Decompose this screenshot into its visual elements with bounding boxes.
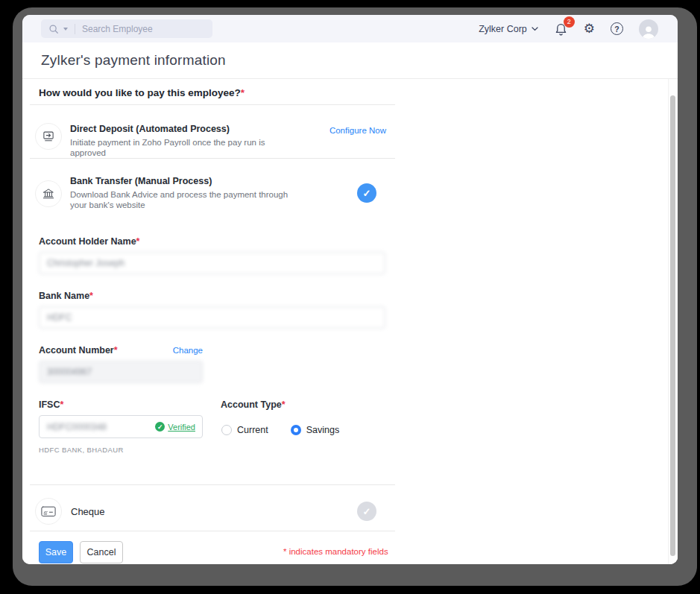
page-header: Zylker's payment information <box>22 42 678 79</box>
account-type-label: Account Type* <box>221 399 286 410</box>
search-divider <box>75 24 75 34</box>
notifications-button[interactable]: 2 <box>554 22 568 37</box>
cheque-icon-circle <box>35 498 62 525</box>
radio-current-label: Current <box>237 425 268 435</box>
save-button[interactable]: Save <box>39 541 73 563</box>
method-cheque[interactable]: Cheque ✓ <box>35 498 386 525</box>
org-name: Zylker Corp <box>479 24 527 34</box>
radio-current[interactable]: Current <box>221 425 268 435</box>
account-type-radio-group: Current Savings <box>221 425 339 435</box>
verified-check-icon: ✓ <box>155 422 165 432</box>
chevron-down-icon <box>532 27 538 31</box>
account-holder-name-input[interactable] <box>39 252 385 274</box>
label-text: IFSC <box>39 399 60 410</box>
label-text: Bank Name <box>39 291 89 301</box>
cheque-title: Cheque <box>71 506 105 517</box>
search-scope-chevron-icon[interactable] <box>63 28 68 31</box>
payment-method-heading: How would you like to pay this employee?… <box>39 87 245 98</box>
heading-text: How would you like to pay this employee? <box>39 87 241 98</box>
topbar: Zylker Corp 2 ⚙ ? <box>22 15 678 42</box>
direct-deposit-text: Direct Deposit (Automated Process) Initi… <box>70 124 294 159</box>
bank-transfer-text: Bank Transfer (Manual Process) Download … <box>70 176 294 211</box>
direct-deposit-icon <box>42 130 55 143</box>
user-avatar[interactable] <box>639 19 658 39</box>
divider <box>30 484 395 485</box>
app-window: Zylker Corp 2 ⚙ ? Zylker's payment infor… <box>22 15 678 564</box>
bank-transfer-description: Download Bank Advice and process the pay… <box>70 189 294 211</box>
content-area: How would you like to pay this employee?… <box>22 79 678 564</box>
bank-transfer-title: Bank Transfer (Manual Process) <box>70 176 294 186</box>
radio-selected-icon[interactable] <box>291 425 301 435</box>
change-account-number-link[interactable]: Change <box>173 346 203 355</box>
bank-name-label: Bank Name* <box>39 291 93 301</box>
required-asterisk: * <box>282 399 286 410</box>
screenshot-stage: Zylker Corp 2 ⚙ ? Zylker's payment infor… <box>0 0 700 594</box>
scrollbar-track[interactable] <box>668 79 678 564</box>
search-icon <box>48 24 59 34</box>
label-text: Account Holder Name <box>39 236 136 247</box>
account-number-label-row: Account Number* Change <box>39 345 203 356</box>
configure-now-link[interactable]: Configure Now <box>329 126 386 135</box>
notification-badge: 2 <box>564 16 575 28</box>
required-asterisk: * <box>60 399 63 410</box>
required-asterisk: * <box>89 291 93 301</box>
scrollbar-thumb[interactable] <box>670 95 675 556</box>
direct-deposit-title: Direct Deposit (Automated Process) <box>70 124 294 134</box>
ifsc-field: ✓ Verified <box>39 415 203 438</box>
divider <box>30 104 395 105</box>
cheque-icon <box>41 506 56 517</box>
radio-unselected-icon[interactable] <box>221 425 232 435</box>
direct-deposit-description: Initiate payment in Zoho Payroll once th… <box>70 137 294 159</box>
verified-label[interactable]: Verified <box>168 423 195 432</box>
cheque-unselected-check-icon[interactable]: ✓ <box>357 502 376 521</box>
account-number-label: Account Number* <box>39 345 118 356</box>
bank-icon <box>42 187 55 200</box>
search-box[interactable] <box>41 19 212 38</box>
mandatory-fields-note: * indicates mandatory fields <box>283 547 388 556</box>
bank-transfer-icon-circle <box>35 180 62 207</box>
ifsc-verified-badge: ✓ Verified <box>155 422 195 432</box>
bank-name-input[interactable] <box>39 306 385 329</box>
org-switcher[interactable]: Zylker Corp <box>479 24 538 34</box>
gear-icon[interactable]: ⚙ <box>584 22 595 35</box>
form-actions: Save Cancel <box>39 541 123 563</box>
account-holder-name-label: Account Holder Name* <box>39 236 139 247</box>
bank-transfer-selected-check-icon[interactable]: ✓ <box>357 183 376 203</box>
account-number-input[interactable] <box>39 361 203 383</box>
person-icon <box>640 24 657 39</box>
required-asterisk: * <box>241 87 245 98</box>
divider <box>30 531 395 531</box>
ifsc-bank-branch-text: HDFC BANK, BHADAUR <box>39 446 124 454</box>
required-asterisk: * <box>136 236 140 247</box>
radio-savings[interactable]: Savings <box>291 425 339 435</box>
search-input[interactable] <box>82 24 194 34</box>
help-icon[interactable]: ? <box>611 22 623 35</box>
label-text: Account Type <box>221 399 282 410</box>
ifsc-label: IFSC* <box>39 399 63 410</box>
ifsc-input[interactable] <box>40 422 155 432</box>
topbar-right: Zylker Corp 2 ⚙ ? <box>479 19 658 39</box>
required-asterisk: * <box>114 345 118 356</box>
page-title: Zylker's payment information <box>41 52 226 69</box>
label-text: Account Number <box>39 345 114 356</box>
method-direct-deposit[interactable]: Direct Deposit (Automated Process) Initi… <box>35 113 386 159</box>
cancel-button[interactable]: Cancel <box>80 541 123 563</box>
divider <box>30 158 395 159</box>
radio-savings-label: Savings <box>306 425 339 435</box>
method-bank-transfer[interactable]: Bank Transfer (Manual Process) Download … <box>35 174 386 211</box>
direct-deposit-icon-circle <box>35 123 62 150</box>
